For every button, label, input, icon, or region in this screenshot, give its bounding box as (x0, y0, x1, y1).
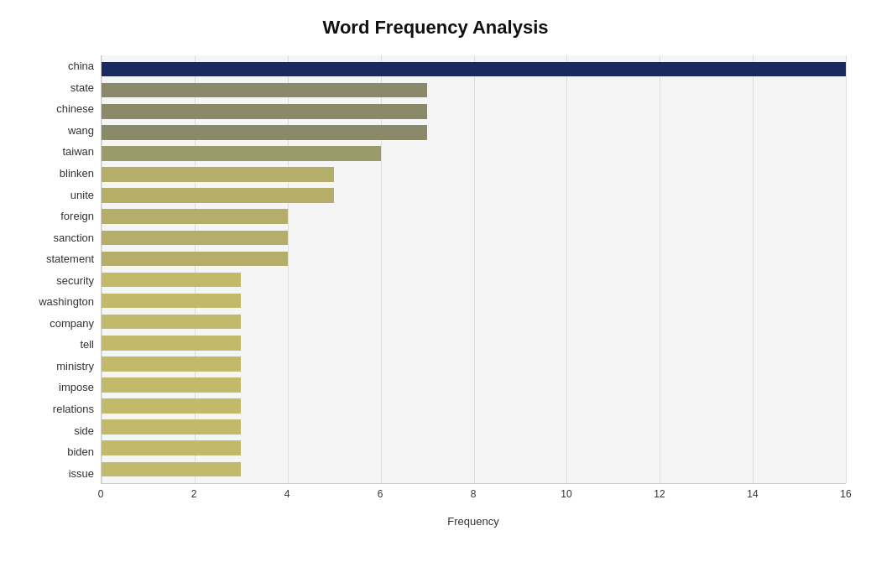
chart-area: chinastatechinesewangtaiwanblinkenunitef… (25, 55, 846, 509)
x-tick-8: 8 (471, 488, 477, 500)
bar-row-wang (102, 122, 846, 143)
bar-sanction (102, 231, 288, 246)
y-label-relations: relations (53, 403, 94, 414)
y-label-foreign: foreign (60, 211, 94, 221)
y-label-sanction: sanction (54, 232, 94, 243)
bar-impose (102, 377, 241, 393)
bar-row-taiwan (102, 143, 846, 164)
y-label-ministry: ministry (56, 361, 94, 372)
bar-security (102, 273, 241, 288)
y-label-unite: unite (70, 190, 94, 200)
bar-row-chinese (102, 101, 846, 122)
chart-container: Word Frequency Analysis chinastatechines… (0, 0, 871, 588)
bar-state (102, 83, 427, 98)
y-label-tell: tell (80, 339, 94, 350)
bar-row-side (102, 417, 846, 438)
bar-row-washington (102, 290, 846, 311)
x-tick-14: 14 (747, 488, 758, 500)
bar-row-statement (102, 248, 846, 269)
y-axis: chinastatechinesewangtaiwanblinkenunitef… (25, 55, 101, 509)
y-label-issue: issue (69, 468, 94, 479)
chart-title: Word Frequency Analysis (25, 17, 846, 39)
bar-relations (102, 398, 241, 414)
bar-biden (102, 440, 241, 455)
x-axis: Frequency 0246810121416 (101, 484, 846, 509)
y-label-chinese: chinese (56, 103, 94, 114)
x-tick-0: 0 (98, 488, 104, 500)
bar-row-security (102, 269, 846, 290)
bar-washington (102, 294, 241, 309)
y-label-state: state (70, 82, 94, 93)
bars-wrapper (102, 55, 846, 483)
bar-row-ministry (102, 353, 846, 374)
x-tick-4: 4 (284, 488, 290, 500)
y-label-statement: statement (46, 253, 94, 264)
bar-row-foreign (102, 206, 846, 227)
y-label-side: side (74, 425, 94, 436)
bar-row-relations (102, 396, 846, 417)
bar-row-tell (102, 332, 846, 353)
bar-row-impose (102, 374, 846, 395)
y-label-company: company (50, 318, 94, 329)
y-label-washington: washington (39, 296, 94, 307)
x-tick-12: 12 (654, 488, 665, 500)
y-label-impose: impose (59, 382, 94, 393)
x-tick-2: 2 (191, 488, 197, 500)
bar-row-sanction (102, 227, 846, 248)
x-tick-10: 10 (561, 488, 571, 500)
y-label-biden: biden (67, 446, 94, 457)
y-label-wang: wang (68, 125, 94, 136)
bar-unite (102, 188, 334, 203)
x-tick-6: 6 (378, 488, 383, 500)
bars-and-x: Frequency 0246810121416 (101, 55, 846, 509)
bar-chinese (102, 104, 427, 119)
y-label-taiwan: taiwan (62, 146, 94, 157)
bar-blinken (102, 167, 334, 182)
grid-line-16 (846, 55, 847, 483)
bar-ministry (102, 356, 241, 372)
y-label-blinken: blinken (60, 168, 94, 179)
bar-tell (102, 336, 241, 351)
bar-issue (102, 462, 241, 477)
x-axis-label: Frequency (101, 515, 846, 528)
bar-china (102, 62, 846, 77)
bar-wang (102, 125, 427, 140)
y-label-security: security (56, 275, 94, 286)
bar-row-unite (102, 185, 846, 206)
bar-taiwan (102, 146, 381, 161)
bar-row-china (102, 59, 846, 80)
bar-row-company (102, 311, 846, 332)
bars-grid (101, 55, 846, 484)
bar-row-state (102, 80, 846, 101)
y-label-china: china (68, 60, 94, 71)
bar-row-biden (102, 438, 846, 459)
bar-side (102, 419, 241, 434)
bar-statement (102, 252, 288, 267)
bar-foreign (102, 209, 288, 224)
bar-row-issue (102, 459, 846, 480)
bar-company (102, 315, 241, 330)
bar-row-blinken (102, 164, 846, 185)
x-tick-16: 16 (840, 488, 851, 500)
